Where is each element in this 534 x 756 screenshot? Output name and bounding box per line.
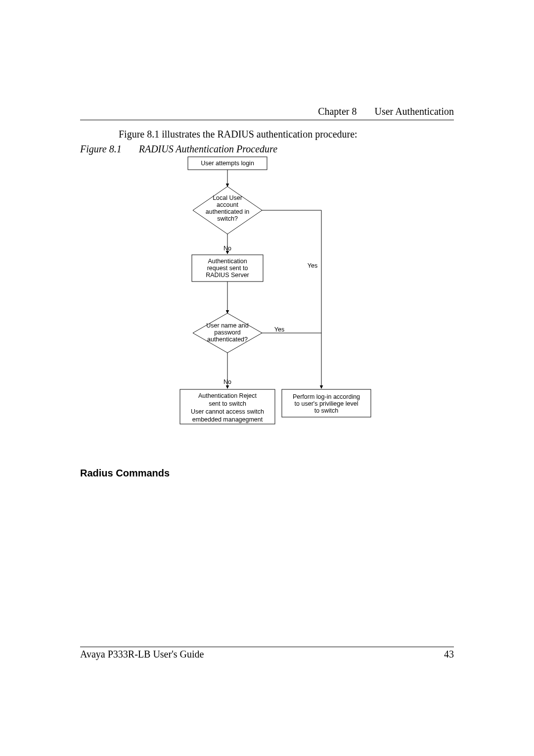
running-header: Chapter 8 User Authentication — [80, 106, 454, 117]
node-start: User attempts login — [188, 157, 267, 170]
edge-label-yes-2: Yes — [274, 326, 284, 333]
node-reject: Authentication Reject sent to switch Use… — [180, 389, 275, 424]
footer-rule — [80, 647, 454, 647]
page: Chapter 8 User Authentication Figure 8.1… — [0, 0, 534, 756]
svg-text:to user's priviliege level: to user's priviliege level — [295, 400, 358, 407]
edge-label-no-2: No — [223, 378, 231, 385]
chapter-title: User Authentication — [374, 106, 454, 117]
header-rule — [80, 120, 454, 120]
svg-text:User cannot access switch: User cannot access switch — [191, 408, 264, 415]
svg-text:authenticated in: authenticated in — [206, 208, 249, 215]
section-heading: Radius Commands — [80, 468, 170, 479]
svg-text:sent to switch: sent to switch — [209, 400, 246, 407]
node-d2: User name and password authenticated? — [193, 313, 262, 353]
svg-text:Perform log-in according: Perform log-in according — [293, 393, 360, 400]
svg-text:User name and: User name and — [206, 322, 249, 329]
node-d1: Local User account authenticated in swit… — [193, 187, 262, 234]
svg-text:password: password — [214, 329, 241, 336]
edge-label-yes-1: Yes — [308, 262, 317, 269]
figure-number: Figure 8.1 — [80, 143, 122, 154]
svg-text:to switch: to switch — [314, 407, 339, 414]
footer-page-number: 43 — [444, 649, 454, 660]
svg-text:User attempts login: User attempts login — [201, 160, 254, 167]
footer-left: Avaya P333R-LB User's Guide — [80, 649, 204, 660]
intro-paragraph: Figure 8.1 illustrates the RADIUS authen… — [119, 129, 357, 140]
svg-text:authenticated?: authenticated? — [207, 336, 248, 343]
svg-text:embedded managegment: embedded managegment — [192, 416, 263, 423]
chapter-label: Chapter 8 — [318, 106, 356, 117]
running-footer: Avaya P333R-LB User's Guide 43 — [80, 649, 454, 660]
figure-title: RADIUS Authentication Procedure — [139, 143, 277, 154]
svg-text:RADIUS Server: RADIUS Server — [206, 272, 249, 279]
node-accept: Perform log-in according to user's privi… — [282, 389, 371, 417]
svg-text:Authentication Reject: Authentication Reject — [198, 392, 257, 399]
figure-caption: Figure 8.1 RADIUS Authentication Procedu… — [80, 143, 277, 155]
flowchart-diagram: User attempts login Local User account a… — [173, 156, 381, 443]
svg-text:account: account — [217, 201, 238, 208]
svg-text:Local User: Local User — [213, 194, 242, 201]
edge-label-no-1: No — [223, 245, 231, 252]
svg-text:request sent to: request sent to — [207, 265, 248, 272]
svg-text:Authentication: Authentication — [208, 258, 247, 265]
svg-text:switch?: switch? — [217, 215, 238, 222]
node-n1: Authentication request sent to RADIUS Se… — [192, 255, 263, 282]
